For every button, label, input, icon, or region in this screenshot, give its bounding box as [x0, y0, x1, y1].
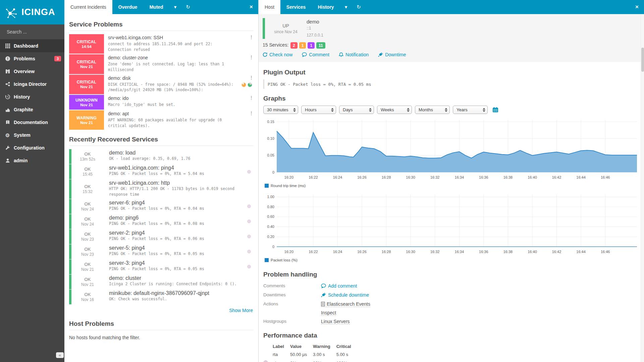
sidebar-item-admin[interactable]: admin: [0, 154, 64, 167]
chevron-down-icon[interactable]: ▾: [169, 0, 181, 14]
dashboard-grid-icon: [5, 44, 10, 48]
service-problem-row[interactable]: UNKNOWNNov 21 demo: ido Macro 'ido_type'…: [69, 95, 254, 110]
svg-text:16:36: 16:36: [479, 175, 488, 179]
svg-text:16:44: 16:44: [576, 175, 586, 179]
search-bar: ×: [0, 24, 64, 40]
graph-range-select-weeks[interactable]: Weeks: [377, 106, 412, 114]
downtime-button[interactable]: Downtime: [378, 52, 406, 57]
recovered-service-row[interactable]: OKNov 24 demo: ping6 PING OK - Packet lo…: [69, 214, 254, 229]
tab-current-incidents[interactable]: Current Incidents: [64, 0, 112, 14]
graph-range-select-years[interactable]: Years: [453, 106, 488, 114]
search-input[interactable]: [7, 29, 67, 35]
service-problem-row[interactable]: CRITICALNov 21 demo: disk DISK CRITICAL …: [69, 75, 254, 94]
recovered-service-row[interactable]: OKNov 23 server-2: ping4 PING OK - Packe…: [69, 229, 254, 244]
downtimes-label: Downtimes: [263, 292, 321, 298]
history-clock-icon: [5, 95, 10, 99]
tab-overdue[interactable]: Overdue: [112, 0, 144, 14]
sidebar-item-label: Problems: [14, 56, 35, 61]
recovered-service-row[interactable]: OKNov 23 server-5: ping4 PING OK - Packe…: [69, 244, 254, 259]
graph-range-row: 30 minutesHoursDaysWeeksMonthsYears: [263, 106, 639, 114]
close-pane-icon[interactable]: ×: [633, 0, 641, 14]
service-problem-row[interactable]: WARNINGNov 21 demo: apt APT WARNING: 60 …: [69, 110, 254, 130]
service-problem-row[interactable]: CRITICAL14:54 srv-web1.icinga.com: SSH c…: [69, 34, 254, 54]
scrollbar-thumb[interactable]: [641, 48, 644, 72]
sidebar-item-problems[interactable]: Problems 3: [0, 52, 64, 65]
sidebar-item-dashboard[interactable]: Dashboard: [0, 40, 64, 52]
recovered-service-row[interactable]: OKNov 16 minikube: default-nginx-3867096…: [69, 290, 254, 304]
ok-state: OKNov 21: [71, 275, 104, 289]
svg-text:16:40: 16:40: [528, 175, 537, 179]
graph-range-select-hours[interactable]: Hours: [301, 106, 336, 114]
recovered-service-row[interactable]: OKNov 21 server-3: ping4 PING OK - Packe…: [69, 259, 254, 274]
tab-history[interactable]: History: [312, 0, 340, 14]
ok-state-bar: [69, 275, 71, 289]
sidebar: ICINGA × Dashboard Problems 3: [0, 0, 64, 362]
sidebar-item-configuration[interactable]: Configuration: [0, 141, 64, 154]
refresh-icon[interactable]: ↻: [181, 0, 195, 14]
close-pane-icon[interactable]: ×: [247, 0, 256, 14]
check-now-button[interactable]: Check now: [263, 52, 292, 57]
services-badge-critical[interactable]: 2: [290, 42, 298, 49]
select-stepper-icon: [292, 108, 298, 112]
elasticsearch-events-link[interactable]: Elasticsearch Events: [321, 301, 370, 307]
sidebar-collapse-button[interactable]: «: [56, 352, 64, 358]
svg-text:16:34: 16:34: [455, 250, 464, 254]
recovered-service-row[interactable]: OKNov 24 server-6: ping4 PING OK - Packe…: [69, 199, 254, 214]
services-badge-unknown[interactable]: 1: [308, 42, 315, 49]
add-comment-link[interactable]: Add comment: [321, 283, 357, 289]
services-badge-ok[interactable]: 11: [316, 42, 325, 49]
host-state-bar: [263, 18, 265, 39]
ok-state: OK13m 52s: [71, 149, 104, 164]
graph-range-select-30-minutes[interactable]: 30 minutes: [263, 106, 298, 114]
tab-host[interactable]: Host: [259, 0, 280, 14]
refresh-icon[interactable]: ↻: [352, 0, 366, 14]
scrollbar-track[interactable]: [641, 14, 644, 362]
hostgroup-link[interactable]: Linux Servers: [321, 319, 350, 324]
plugin-output-text: PING OK - Packet loss = 0%, RTA = 0.05 m…: [268, 82, 371, 87]
host-address4: 127.0.0.1: [307, 32, 323, 39]
packet-loss-chart: 00.200.400.600.801.0016:2016:2216:2416:2…: [263, 192, 639, 265]
chevron-down-icon[interactable]: ▾: [340, 0, 352, 14]
svg-text:0.80: 0.80: [267, 205, 274, 209]
recovered-service-row[interactable]: OK15:32 srv-web1.icinga.com: http HTTP O…: [69, 179, 254, 198]
graph-range-select-months[interactable]: Months: [415, 106, 450, 114]
check-output: Icinga 2 Cluster is running: Connected E…: [109, 281, 237, 287]
sidebar-item-overview[interactable]: Overview: [0, 65, 64, 78]
svg-text:16:36: 16:36: [479, 250, 488, 254]
check-output: PING OK - Packet loss = 0%, RTA = 0.08 m…: [109, 221, 237, 227]
services-badge-warning[interactable]: 1: [299, 42, 306, 49]
state-badge: WARNINGNov 21: [69, 110, 104, 130]
tab-muted[interactable]: Muted: [143, 0, 169, 14]
comment-button[interactable]: Comment: [302, 52, 329, 57]
svg-text:16:28: 16:28: [382, 250, 391, 254]
icinga-logo[interactable]: ICINGA: [0, 0, 64, 24]
host-address6: ::1: [307, 25, 323, 32]
graph-range-select-days[interactable]: Days: [339, 106, 374, 114]
inspect-link[interactable]: Inspect: [321, 310, 336, 316]
sidebar-item-history[interactable]: History: [0, 90, 64, 103]
section-title-performance-data: Performance data: [263, 332, 639, 339]
svg-text:16:42: 16:42: [552, 250, 561, 254]
tab-services[interactable]: Services: [280, 0, 312, 14]
svg-text:16:22: 16:22: [309, 175, 318, 179]
service-problem-row[interactable]: CRITICALNov 21 demo: cluster-zone Zone '…: [69, 54, 254, 74]
show-more-link[interactable]: Show More: [229, 308, 253, 313]
recovered-service-row[interactable]: OKNov 21 demo: cluster Icinga 2 Cluster …: [69, 275, 254, 289]
perf-header: Label: [273, 343, 290, 350]
legend-swatch: [265, 258, 269, 262]
recovered-service-row[interactable]: OK15:45 srv-web1.icinga.com: ping4 PING …: [69, 164, 254, 179]
recovered-service-row[interactable]: OK13m 52s demo: load OK - load average: …: [69, 149, 254, 164]
svg-text:0.10: 0.10: [267, 136, 274, 140]
notification-button[interactable]: Notification: [339, 52, 369, 57]
performance-table: Label Value Warning Critical rta50.00 µs…: [263, 343, 357, 362]
sidebar-item-system[interactable]: ⚙ System: [0, 129, 64, 141]
sidebar-item-graphite[interactable]: Graphite: [0, 103, 64, 116]
sidebar-item-documentation[interactable]: Documentation: [0, 116, 64, 129]
section-title-graphs: Graphs: [263, 95, 639, 102]
perfdata-dot-icon: [263, 360, 268, 362]
sidebar-item-icinga-director[interactable]: Icinga Director: [0, 78, 64, 90]
calendar-button[interactable]: [491, 106, 500, 114]
schedule-downtime-link[interactable]: Schedule downtime: [321, 292, 369, 298]
perfdata-pie-icons: [239, 82, 252, 87]
sidebar-item-label: admin: [14, 158, 28, 163]
